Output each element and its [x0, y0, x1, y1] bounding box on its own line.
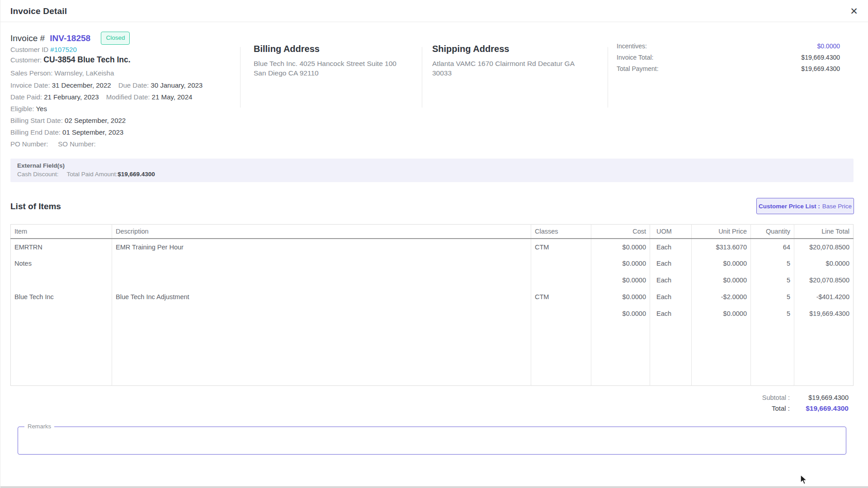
cell-uom: Each: [650, 272, 692, 289]
cell-cost: $0.0000: [591, 305, 650, 322]
cell-cost: $0.0000: [591, 255, 650, 272]
billing-start-value: 02 September, 2022: [65, 117, 126, 124]
cell-unit-price: $313.6070: [692, 239, 751, 255]
billing-address-line1: Blue Tech Inc. 4025 Hancock Street Suite…: [254, 59, 407, 68]
billing-end-label: Billing End Date:: [10, 128, 62, 136]
customer-id-label: Customer ID: [10, 46, 50, 53]
column-header-uom: UOM: [650, 225, 692, 239]
cell-description: [112, 272, 531, 289]
invoice-number-line: Invoice # INV-18258 Closed: [10, 32, 130, 45]
cell-classes: [531, 255, 591, 272]
billing-address-block: Billing Address Blue Tech Inc. 4025 Hanc…: [254, 44, 407, 78]
total-label: Total :: [772, 404, 790, 412]
mouse-cursor-icon: [800, 474, 810, 485]
cell-quantity: 5: [751, 272, 794, 289]
grand-totals: Subtotal : $19,669.4300 Total : $19,669.…: [762, 394, 849, 416]
cell-classes: CTM: [531, 289, 591, 305]
total-payment-label: Total Payment:: [617, 65, 659, 73]
column-header-cost: Cost: [591, 225, 650, 239]
external-fields-line: Cash Discount:Total Paid Amount:$19,669.…: [17, 171, 847, 178]
cell-classes: CTM: [531, 239, 591, 255]
remarks-input[interactable]: [18, 427, 846, 454]
price-list-button-label: Customer Price List :: [759, 203, 820, 210]
customer-name: CU-3854 Blue Tech Inc.: [43, 55, 130, 64]
cell-unit-price: $0.0000: [692, 305, 751, 322]
bottom-scrollbar-track[interactable]: [0, 486, 868, 488]
invoice-number-label: Invoice #: [10, 33, 45, 43]
customer-id-line: Customer ID #107520: [10, 45, 77, 54]
invoice-date-line: Invoice Date: 31 December, 2022Due Date:…: [10, 81, 203, 90]
customer-id-link[interactable]: #107520: [50, 46, 76, 53]
cell-description: Blue Tech Inc Adjustment: [112, 289, 531, 305]
column-header-quantity: Quantity: [751, 225, 794, 239]
cell-quantity: 64: [751, 239, 794, 255]
price-list-button-value: Base Price: [822, 203, 852, 210]
cell-uom: Each: [650, 239, 692, 255]
cell-line-total: $20,070.8500: [794, 239, 854, 255]
items-table: Item Description Classes Cost UOM Unit P…: [10, 224, 854, 386]
divider: [240, 47, 241, 108]
table-row: Notes $0.0000 Each $0.0000 5 $0.0000: [11, 255, 854, 272]
cell-classes: [531, 272, 591, 289]
divider: [608, 47, 608, 108]
close-icon[interactable]: ✕: [848, 5, 860, 18]
subtotal-label: Subtotal :: [762, 394, 790, 401]
invoice-total-label: Invoice Total:: [617, 54, 653, 61]
cell-uom: Each: [650, 255, 692, 272]
cell-item: Blue Tech Inc: [11, 289, 112, 305]
billing-start-line: Billing Start Date: 02 September, 2022: [10, 116, 126, 125]
due-date-value: 30 January, 2023: [151, 81, 203, 89]
cash-discount-label: Cash Discount:: [17, 171, 59, 178]
cell-quantity: 5: [751, 255, 794, 272]
cell-quantity: 5: [751, 289, 794, 305]
billing-address-title: Billing Address: [254, 44, 407, 54]
column-header-line-total: Line Total: [794, 225, 854, 239]
sales-person-label: Sales Person:: [10, 69, 55, 77]
cell-line-total: $0.0000: [794, 255, 854, 272]
shipping-address-block: Shipping Address Atlanta VAMC 1670 Clair…: [432, 44, 581, 78]
cell-classes: [531, 305, 591, 322]
incentives-value[interactable]: $0.0000: [817, 42, 840, 50]
billing-address-line2: San Diego CA 92110: [254, 68, 407, 78]
total-paid-label: Total Paid Amount:: [67, 171, 118, 178]
cell-line-total: $20,070.8500: [794, 272, 854, 289]
sales-person-line: Sales Person: Warnsley, LaKeisha: [10, 69, 114, 78]
external-fields-title: External Field(s): [17, 162, 847, 169]
total-payment-value: $19,669.4300: [801, 65, 840, 73]
cell-description: EMR Training Per Hour: [112, 239, 531, 255]
cell-unit-price: $0.0000: [692, 272, 751, 289]
cell-cost: $0.0000: [591, 239, 650, 255]
invoice-date-label: Invoice Date:: [10, 81, 52, 89]
table-row: $0.0000 Each $0.0000 5 $19,669.4300: [11, 305, 854, 322]
cell-line-total: $19,669.4300: [794, 305, 854, 322]
incentives-label: Incentives:: [617, 42, 647, 50]
cell-uom: Each: [650, 289, 692, 305]
cell-quantity: 5: [751, 305, 794, 322]
table-row: EMRTRN EMR Training Per Hour CTM $0.0000…: [11, 239, 854, 255]
modal-header: Invoice Detail ✕: [0, 0, 868, 22]
table-row: $0.0000 Each $0.0000 5 $20,070.8500: [11, 272, 854, 289]
eligible-label: Eligible:: [10, 105, 36, 113]
column-header-unit-price: Unit Price: [692, 225, 751, 239]
date-paid-label: Date Paid:: [10, 93, 44, 101]
incentives-row: Incentives: $0.0000: [617, 42, 840, 50]
po-so-line: PO Number:SO Number:: [10, 140, 96, 149]
table-empty-space: [11, 322, 854, 386]
customer-price-list-button[interactable]: Customer Price List : Base Price: [756, 198, 854, 214]
invoice-number-link[interactable]: INV-18258: [50, 33, 90, 43]
total-payment-row: Total Payment: $19,669.4300: [617, 65, 840, 73]
shipping-address-line2: 30033: [432, 68, 581, 78]
cell-cost: $0.0000: [591, 272, 650, 289]
remarks-field: Remarks: [18, 427, 846, 455]
eligible-line: Eligible: Yes: [10, 104, 47, 113]
cell-cost: $0.0000: [591, 289, 650, 305]
cell-uom: Each: [650, 305, 692, 322]
date-paid-value: 21 February, 2023: [44, 93, 99, 101]
table-header-row: Item Description Classes Cost UOM Unit P…: [11, 225, 854, 239]
column-header-description: Description: [112, 225, 531, 239]
cell-line-total: -$401.4200: [794, 289, 854, 305]
cell-unit-price: -$2.0000: [692, 289, 751, 305]
modified-date-label: Modified Date:: [106, 93, 152, 101]
customer-label: Customer:: [10, 56, 43, 64]
invoice-total-row: Invoice Total: $19,669.4300: [617, 54, 840, 61]
